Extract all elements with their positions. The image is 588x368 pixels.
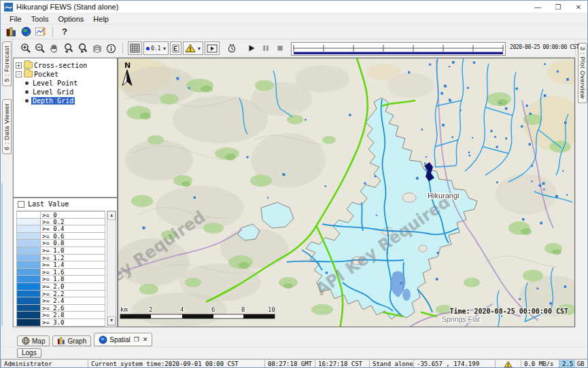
stop-button[interactable] [273,41,287,56]
pan-hand-icon[interactable] [47,41,61,56]
collapse-icon[interactable]: - [16,71,22,77]
classify-interval-dropdown[interactable]: 0.1 ▼ [143,41,169,55]
legend-row[interactable]: >= 0 [16,211,105,219]
layers-icon[interactable] [90,41,104,56]
legend-row[interactable]: >= 2.4 [16,297,105,305]
timeseries-display-icon[interactable] [33,25,48,39]
map-canvas[interactable]: API Key Required API Key Required Hikura… [118,58,575,327]
legend-list: >= 0 >= 0.2 >= 0.4 >= 0.6 >= 0.8 >= 1.0 … [16,210,105,327]
window-title: Hikurangi FEWS (Stand alone) [16,3,118,11]
scroll-up-icon[interactable]: ▲ [107,211,116,220]
legend-row[interactable]: >= 0.6 [16,233,105,240]
svg-text:4: 4 [180,306,184,313]
legend-row[interactable]: >= 1.2 [16,255,105,262]
legend-color-swatch [16,233,41,240]
legend-row[interactable]: >= 3.0 [16,319,105,327]
menu-file[interactable]: File [5,15,27,23]
menu-bar: File Tools Options Help [1,14,588,24]
status-download-speed: 0.0 MB/s [521,359,559,368]
pause-button[interactable] [258,41,273,56]
grid-display-button[interactable] [128,41,142,55]
left-tab-strip: 5 : Forecast 6 : Data Viewer [1,39,13,327]
legend-color-swatch [16,297,41,305]
tab-graph[interactable]: Graph [52,335,91,346]
legend-scrollbar[interactable]: ▲ ▼ [107,210,116,326]
tab-map[interactable]: Map [17,335,50,346]
tree-item-level-point[interactable]: Level Point [14,79,117,87]
animation-timer-icon[interactable] [224,41,239,56]
zoom-previous-icon[interactable] [61,41,75,56]
label-toggle-button[interactable] [170,41,181,55]
legend-row[interactable]: >= 2.2 [16,291,105,298]
svg-text:N: N [124,61,131,70]
maximize-button[interactable]: ❐ [548,1,568,13]
legend-color-swatch [16,283,41,291]
tab-restore-icon[interactable]: ❐ [134,336,139,343]
tab-forecast[interactable]: 5 : Forecast [2,41,12,86]
legend-value-label: >= 2.4 [41,297,105,305]
legend-color-swatch [16,312,41,319]
legend-row[interactable]: >= 0.2 [16,219,105,226]
time-slider[interactable] [291,42,506,56]
animation-movie-button[interactable] [205,41,220,55]
scale-bar-segments [120,314,275,318]
time-slider-bar [294,52,503,55]
zoom-in-icon[interactable] [18,41,33,56]
app-logo-icon [4,3,13,12]
zoom-out-icon[interactable] [33,41,47,56]
tree-item-pocket[interactable]: - Pocket [14,70,117,78]
globe-wire-icon [22,337,30,345]
toolbar-separator [52,26,53,37]
legend-value-label: >= 0.8 [41,240,105,247]
legend-panel: Last Value >= 0 >= 0.2 >= 0.4 >= 0.6 >= … [13,198,118,327]
legend-row[interactable]: >= 2.0 [16,283,105,291]
legend-row[interactable]: >= 1.4 [16,261,105,269]
legend-row[interactable]: >= 2.8 [16,312,105,319]
spatial-display-icon[interactable] [18,25,33,39]
legend-row[interactable]: >= 0.4 [16,225,105,233]
legend-row[interactable]: >= 1.0 [16,247,105,255]
logs-button[interactable]: Logs [17,348,41,358]
expander-icon[interactable]: + [16,62,22,69]
tree-item-cross-section[interactable]: + Cross-section [14,61,117,69]
legend-color-swatch [16,319,41,327]
legend-value-label: >= 1.2 [41,255,105,262]
info-icon[interactable] [104,41,118,56]
warnings-dropdown[interactable]: ▼ [183,41,203,55]
legend-row[interactable]: >= 0.8 [16,240,105,247]
tab-close-icon[interactable]: ✕ [143,336,148,343]
svg-text:6: 6 [211,306,215,313]
tab-spatial[interactable]: Spatial ❐ ✕ [94,333,152,346]
legend-color-swatch [16,225,41,233]
zoom-next-icon[interactable] [75,41,90,56]
status-warning-cell[interactable] [495,359,521,368]
close-button[interactable]: ✕ [568,1,588,13]
menu-options[interactable]: Options [53,15,88,23]
legend-value-label: >= 2.0 [41,283,105,291]
legend-value-label: >= 2.6 [41,305,105,312]
bottom-tab-bar: Map Graph Spatial ❐ ✕ [1,331,588,346]
current-timestep-label: 2020-08-25 00:00:00 CST [510,44,579,50]
scroll-down-icon[interactable]: ▼ [107,316,116,325]
tab-plot-overview[interactable]: 3 : Plot Overview [578,43,587,103]
minimize-button[interactable]: — [528,1,548,13]
filters-tree-panel: + Cross-section - Pocket Level Point Lev… [13,58,118,198]
last-value-checkbox[interactable] [18,201,24,208]
help-button[interactable]: ? [57,25,72,39]
legend-row[interactable]: >= 2.6 [16,305,105,312]
legend-row[interactable]: >= 1.8 [16,276,105,283]
legend-row[interactable]: >= 1.6 [16,269,105,276]
tab-data-viewer[interactable]: 6 : Data Viewer [2,99,12,154]
legend-color-swatch [16,219,41,226]
legend-value-label: >= 3.0 [41,319,105,327]
menu-help[interactable]: Help [88,15,114,23]
globe-icon [99,335,107,344]
menu-tools[interactable]: Tools [27,15,54,23]
title-bar: Hikurangi FEWS (Stand alone) — ❐ ✕ [1,1,588,14]
place-label: Springs Flat [442,315,480,323]
tree-item-depth-grid[interactable]: Depth Grid [14,96,117,105]
database-explorer-icon[interactable] [3,25,18,39]
tree-item-level-grid[interactable]: Level Grid [14,88,117,96]
play-button[interactable] [244,41,258,56]
interval-value: 0.1 [151,45,160,52]
